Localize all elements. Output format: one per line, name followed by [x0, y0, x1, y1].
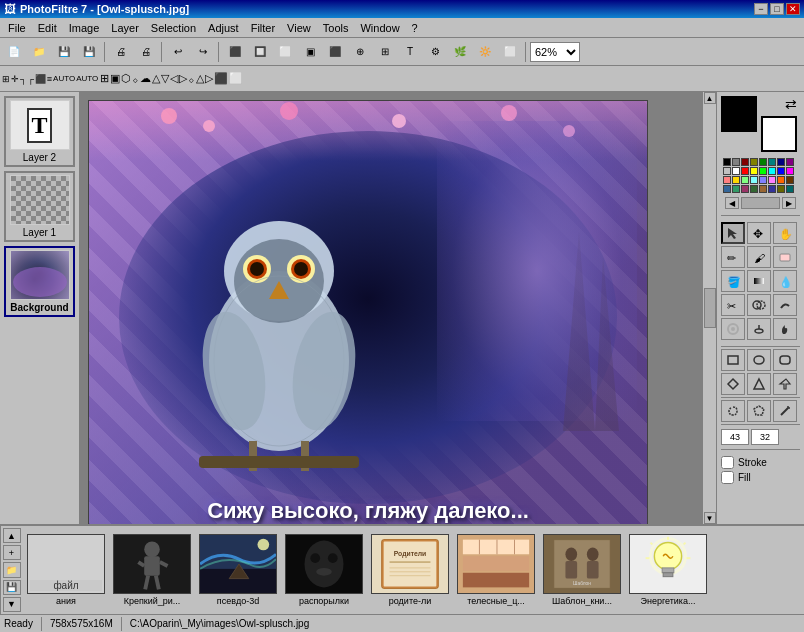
- tb3-btn11[interactable]: 🔆: [473, 41, 497, 63]
- palette-swatch[interactable]: [723, 185, 731, 193]
- t2-btn20[interactable]: ▷: [205, 72, 213, 85]
- t2-btn22[interactable]: ⬜: [229, 72, 243, 85]
- palette-scroll[interactable]: [741, 197, 780, 209]
- palette-swatch[interactable]: [777, 167, 785, 175]
- tool-diamond[interactable]: [721, 373, 745, 395]
- palette-swatch[interactable]: [750, 158, 758, 166]
- palette-swatch[interactable]: [768, 167, 776, 175]
- save-btn[interactable]: 💾: [52, 41, 76, 63]
- film-item-rasporyalki[interactable]: распорылки: [284, 534, 364, 606]
- menu-tools[interactable]: Tools: [317, 20, 355, 36]
- t2-btn4[interactable]: ┌: [27, 74, 33, 84]
- tool-arrow-shape[interactable]: [773, 373, 797, 395]
- layer-item-layer2[interactable]: T Layer 2: [4, 96, 75, 167]
- tool-pencil[interactable]: ✏: [721, 246, 745, 268]
- filmstrip-items[interactable]: файл ания Крепкий_ри...: [22, 526, 804, 614]
- tb3-btn5[interactable]: ⬛: [323, 41, 347, 63]
- t2-btn11[interactable]: ⬡: [121, 72, 131, 85]
- tool-arrow[interactable]: [721, 222, 745, 244]
- menu-layer[interactable]: Layer: [105, 20, 145, 36]
- tool-crop[interactable]: ✂: [721, 294, 745, 316]
- palette-swatch[interactable]: [759, 158, 767, 166]
- tb3-btn7[interactable]: ⊞: [373, 41, 397, 63]
- width-input[interactable]: [721, 429, 749, 445]
- fs-btn-add[interactable]: +: [3, 545, 21, 560]
- t2-btn2[interactable]: ✛: [11, 74, 19, 84]
- tool-smudge[interactable]: [773, 294, 797, 316]
- close-btn[interactable]: ✕: [786, 3, 800, 15]
- t2-btn6[interactable]: ≡: [47, 74, 52, 84]
- palette-swatch[interactable]: [759, 185, 767, 193]
- tool-burn[interactable]: [773, 318, 797, 340]
- tool-rect[interactable]: [721, 349, 745, 371]
- t2-btn12[interactable]: ⬦: [132, 73, 139, 85]
- menu-window[interactable]: Window: [354, 20, 405, 36]
- t2-btn14[interactable]: △: [152, 72, 160, 85]
- t2-btn7[interactable]: AUTO: [53, 74, 75, 83]
- open-btn[interactable]: 📁: [27, 41, 51, 63]
- palette-swatch[interactable]: [777, 185, 785, 193]
- foreground-color[interactable]: [721, 96, 757, 132]
- swap-colors-btn[interactable]: ⇄: [785, 96, 797, 112]
- tool-blur[interactable]: [721, 318, 745, 340]
- fs-btn-down[interactable]: ▼: [3, 597, 21, 612]
- print2-btn[interactable]: 🖨: [134, 41, 158, 63]
- tb3-btn10[interactable]: 🌿: [448, 41, 472, 63]
- zoom-select[interactable]: 25% 50% 62% 75% 100% 150% 200%: [530, 42, 580, 62]
- menu-selection[interactable]: Selection: [145, 20, 202, 36]
- t2-btn19[interactable]: △: [196, 72, 204, 85]
- film-item-krepkiy[interactable]: Крепкий_ри...: [112, 534, 192, 606]
- palette-swatch[interactable]: [759, 167, 767, 175]
- stroke-checkbox[interactable]: [721, 456, 734, 469]
- film-item-telesnie[interactable]: телесные_ц...: [456, 534, 536, 606]
- layer-item-layer1[interactable]: Layer 1: [4, 171, 75, 242]
- minimize-btn[interactable]: −: [754, 3, 768, 15]
- film-item-0[interactable]: файл ания: [26, 534, 106, 606]
- palette-left-btn[interactable]: ◀: [725, 197, 739, 209]
- menu-help[interactable]: ?: [406, 20, 424, 36]
- vscrollbar[interactable]: ▲ ▼: [702, 92, 716, 524]
- palette-right-btn[interactable]: ▶: [782, 197, 796, 209]
- t2-btn21[interactable]: ⬛: [214, 72, 228, 85]
- tool-ellipse[interactable]: [747, 349, 771, 371]
- palette-swatch[interactable]: [786, 185, 794, 193]
- tool-move[interactable]: ✥: [747, 222, 771, 244]
- palette-swatch[interactable]: [732, 176, 740, 184]
- palette-swatch[interactable]: [777, 176, 785, 184]
- tool-triangle[interactable]: [747, 373, 771, 395]
- tb3-btn6[interactable]: ⊕: [348, 41, 372, 63]
- height-input[interactable]: [751, 429, 779, 445]
- palette-swatch[interactable]: [741, 176, 749, 184]
- tb3-btn4[interactable]: ▣: [298, 41, 322, 63]
- tb3-btn1[interactable]: ⬛: [223, 41, 247, 63]
- film-item-energetika[interactable]: Энергетика...: [628, 534, 708, 606]
- tool-rounded-rect[interactable]: [773, 349, 797, 371]
- palette-swatch[interactable]: [741, 158, 749, 166]
- canvas-image[interactable]: Сижу высоко, гляжу далеко...: [88, 100, 648, 524]
- palette-swatch[interactable]: [750, 176, 758, 184]
- palette-swatch[interactable]: [732, 167, 740, 175]
- menu-view[interactable]: View: [281, 20, 317, 36]
- menu-adjust[interactable]: Adjust: [202, 20, 245, 36]
- fs-btn-up[interactable]: ▲: [3, 528, 21, 543]
- tb3-btn2[interactable]: 🔲: [248, 41, 272, 63]
- t2-btn5[interactable]: ⬛: [35, 74, 46, 84]
- tool-dodge[interactable]: [747, 318, 771, 340]
- palette-swatch[interactable]: [723, 158, 731, 166]
- vscroll-thumb[interactable]: [704, 288, 716, 328]
- tb3-btn8[interactable]: T: [398, 41, 422, 63]
- palette-swatch[interactable]: [741, 185, 749, 193]
- menu-image[interactable]: Image: [63, 20, 106, 36]
- palette-swatch[interactable]: [768, 158, 776, 166]
- palette-swatch[interactable]: [723, 167, 731, 175]
- palette-swatch[interactable]: [750, 185, 758, 193]
- menu-filter[interactable]: Filter: [245, 20, 281, 36]
- tb3-btn9[interactable]: ⚙: [423, 41, 447, 63]
- tool-gradient[interactable]: [747, 270, 771, 292]
- palette-swatch[interactable]: [786, 167, 794, 175]
- fs-btn-save[interactable]: 💾: [3, 580, 21, 595]
- t2-btn8[interactable]: AUTO: [76, 74, 98, 83]
- new-btn[interactable]: 📄: [2, 41, 26, 63]
- palette-swatch[interactable]: [777, 158, 785, 166]
- palette-swatch[interactable]: [786, 158, 794, 166]
